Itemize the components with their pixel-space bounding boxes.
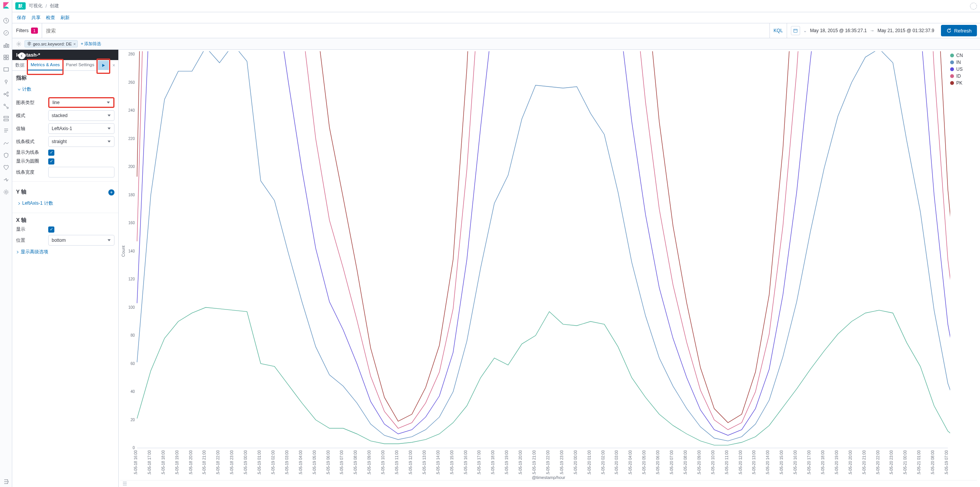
svg-text:60: 60 — [131, 362, 135, 366]
show-circle-checkbox[interactable]: ✓ — [48, 158, 54, 165]
recent-icon[interactable] — [3, 18, 9, 24]
svg-text:180: 180 — [128, 193, 135, 197]
refresh-link[interactable]: 刷新 — [60, 15, 70, 21]
mode-select[interactable]: stacked — [48, 110, 114, 121]
gear-icon[interactable] — [16, 41, 21, 47]
logs-icon[interactable] — [3, 128, 9, 134]
security-icon[interactable] — [3, 152, 9, 158]
svg-text:2015-05-19 16:00: 2015-05-19 16:00 — [464, 450, 468, 475]
share-link[interactable]: 共享 — [31, 15, 41, 21]
svg-text:2015-05-20 09:00: 2015-05-20 09:00 — [697, 450, 701, 475]
arrow-right-icon: → — [870, 28, 874, 33]
label-x-position: 位置 — [16, 237, 45, 244]
x-position-select[interactable]: bottom — [48, 235, 114, 246]
kql-toggle[interactable]: KQL — [769, 23, 787, 38]
date-picker[interactable]: ⌄ May 18, 2015 @ 16:35:27.1 → May 21, 20… — [787, 23, 938, 38]
svg-rect-5 — [4, 55, 6, 57]
value-axis-select[interactable]: LeftAxis-1 — [48, 123, 114, 134]
svg-text:2015-05-19 15:00: 2015-05-19 15:00 — [450, 450, 454, 475]
legend-item[interactable]: US — [950, 67, 977, 72]
line-width-input[interactable] — [48, 167, 114, 178]
legend-item[interactable]: CN — [950, 53, 977, 58]
main-column: 默 可视化 / 创建 保存 共享 检查 刷新 Filters 1 KQL ⌄ — [12, 0, 980, 487]
maps-icon[interactable] — [3, 79, 9, 85]
svg-text:2015-05-20 08:00: 2015-05-20 08:00 — [931, 450, 935, 475]
chart-type-select[interactable]: line — [48, 97, 114, 108]
add-y-axis-button[interactable]: + — [108, 189, 114, 195]
dashboard-icon[interactable] — [3, 54, 9, 60]
svg-text:2015-05-20 11:00: 2015-05-20 11:00 — [725, 450, 729, 475]
svg-text:2015-05-20 23:00: 2015-05-20 23:00 — [889, 450, 893, 475]
space-badge[interactable]: 默 — [15, 2, 26, 10]
tab-panel-settings[interactable]: Panel Settings — [63, 60, 97, 70]
graph-icon[interactable] — [3, 103, 9, 109]
uptime-icon[interactable] — [3, 165, 9, 171]
tab-data[interactable]: 数据 — [12, 60, 28, 70]
svg-text:2015-05-19 23:00: 2015-05-19 23:00 — [560, 450, 564, 475]
x-show-checkbox[interactable]: ✓ — [48, 226, 54, 233]
legend-item[interactable]: ID — [950, 73, 977, 79]
discover-icon[interactable] — [3, 30, 9, 36]
tab-metrics-axes[interactable]: Metrics & Axes — [28, 60, 63, 70]
svg-text:140: 140 — [128, 249, 135, 253]
svg-text:2015-05-19 06:00: 2015-05-19 06:00 — [326, 450, 330, 475]
close-icon[interactable]: × — [73, 42, 75, 46]
svg-text:2015-05-19 12:00: 2015-05-19 12:00 — [408, 450, 413, 475]
svg-text:2015-05-20 21:00: 2015-05-20 21:00 — [862, 450, 866, 475]
y-axis-item[interactable]: LeftAxis-1 计数 — [16, 198, 114, 209]
kibana-logo-icon[interactable] — [2, 2, 10, 9]
siem-icon[interactable] — [3, 177, 9, 183]
calendar-icon[interactable] — [791, 26, 800, 35]
refresh-button[interactable]: Refresh — [941, 25, 977, 36]
svg-text:2015-05-18 16:00: 2015-05-18 16:00 — [134, 450, 138, 475]
svg-text:2015-05-20 08:00: 2015-05-20 08:00 — [683, 450, 688, 475]
svg-text:2015-05-20 22:00: 2015-05-20 22:00 — [876, 450, 880, 475]
svg-text:2015-05-18 22:00: 2015-05-18 22:00 — [216, 450, 220, 475]
management-icon[interactable] — [3, 189, 9, 195]
filter-pill[interactable]: 非 geo.src.keyword: DE × — [24, 40, 78, 47]
svg-text:2015-05-20 19:00: 2015-05-20 19:00 — [835, 450, 839, 475]
x-axis-heading: X 轴 — [16, 217, 114, 224]
inspect-link[interactable]: 检查 — [46, 15, 55, 21]
collapse-sidebar-icon[interactable] — [18, 52, 25, 59]
svg-text:2015-05-19 02:00: 2015-05-19 02:00 — [271, 450, 275, 475]
show-line-checkbox[interactable]: ✓ — [48, 150, 54, 156]
svg-rect-4 — [8, 44, 9, 47]
svg-text:20: 20 — [131, 418, 135, 422]
legend-dot-icon — [950, 81, 954, 85]
index-pattern-selector[interactable]: logstash-* — [12, 50, 118, 60]
help-icon[interactable] — [970, 3, 977, 10]
accordion-count[interactable]: 计数 — [16, 84, 114, 95]
infra-icon[interactable] — [3, 116, 9, 122]
ml-icon[interactable] — [3, 91, 9, 97]
svg-text:2015-05-20 00:00: 2015-05-20 00:00 — [573, 450, 578, 475]
svg-text:2015-05-19 14:00: 2015-05-19 14:00 — [436, 450, 440, 475]
search-input[interactable] — [42, 23, 769, 38]
breadcrumb-item[interactable]: 可视化 — [29, 3, 42, 9]
add-filter-link[interactable]: + 添加筛选 — [81, 41, 101, 47]
chart-canvas[interactable]: 020406080100120140160180200220240260280C… — [120, 51, 950, 475]
visualize-icon[interactable] — [3, 42, 9, 48]
date-to: May 21, 2015 @ 01:32:37.9 — [877, 28, 934, 33]
legend-item[interactable]: PK — [950, 80, 977, 86]
svg-text:2015-05-19 07:00: 2015-05-19 07:00 — [944, 450, 949, 475]
svg-text:2015-05-19 10:00: 2015-05-19 10:00 — [381, 450, 385, 475]
legend-dot-icon — [950, 60, 954, 64]
line-mode-select[interactable]: straight — [48, 136, 114, 147]
legend-item[interactable]: IN — [950, 60, 977, 65]
collapse-nav-icon[interactable] — [3, 481, 9, 487]
query-bar: Filters 1 KQL ⌄ May 18, 2015 @ 16:35:27.… — [12, 23, 980, 38]
save-link[interactable]: 保存 — [17, 15, 26, 21]
svg-text:120: 120 — [128, 277, 135, 281]
svg-text:2015-05-19 00:00: 2015-05-19 00:00 — [243, 450, 248, 475]
advanced-options-link[interactable]: 显示高级选项 — [16, 249, 114, 255]
svg-point-13 — [7, 95, 8, 96]
list-icon[interactable] — [122, 481, 127, 486]
svg-text:2015-05-20 04:00: 2015-05-20 04:00 — [628, 450, 632, 475]
canvas-icon[interactable] — [3, 67, 9, 73]
filters-button[interactable]: Filters 1 — [12, 23, 42, 38]
discard-icon[interactable]: × — [109, 63, 118, 68]
apply-button[interactable] — [98, 61, 108, 70]
apm-icon[interactable] — [3, 140, 9, 146]
label-value-axis: 值轴 — [16, 125, 45, 132]
